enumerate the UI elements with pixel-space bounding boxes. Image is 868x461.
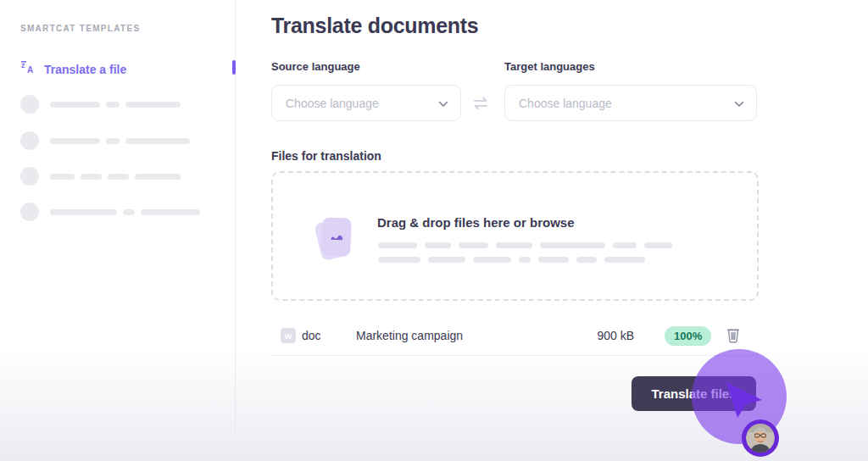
sidebar-skeleton-row	[20, 203, 200, 221]
word-doc-badge: w	[281, 328, 296, 343]
avatar	[742, 419, 779, 457]
target-languages-label: Target languages	[504, 60, 595, 73]
chevron-down-icon	[438, 96, 448, 111]
sidebar: SMARTCAT TEMPLATES z A Translate a file	[0, 0, 236, 461]
swap-arrows-icon[interactable]	[471, 94, 490, 116]
sidebar-skeleton-row	[20, 131, 190, 150]
upload-progress-badge: 100%	[665, 326, 711, 346]
file-name: Marketing campaign	[356, 329, 463, 342]
divider	[271, 355, 759, 356]
uploaded-file-row: w doc Marketing campaign 900 kB 100%	[271, 323, 759, 350]
file-extension: doc	[302, 329, 321, 342]
translate-icon: z A	[20, 60, 36, 79]
dropzone-text[interactable]: Drag & drop files here or browse	[377, 215, 575, 230]
active-indicator	[232, 60, 236, 75]
file-dropzone[interactable]: Drag & drop files here or browse	[271, 171, 759, 301]
target-languages-select[interactable]: Choose language	[504, 85, 757, 121]
file-size: 900 kB	[597, 329, 634, 342]
source-language-label: Source language	[271, 60, 360, 73]
sidebar-item-translate-a-file[interactable]: z A Translate a file	[20, 61, 126, 78]
dropzone-skeleton-row	[378, 257, 653, 263]
svg-text:A: A	[27, 65, 33, 75]
sidebar-skeleton-row	[20, 167, 181, 186]
source-language-placeholder: Choose language	[286, 97, 438, 110]
translate-files-button[interactable]: Translate files	[632, 376, 756, 411]
files-for-translation-label: Files for translation	[271, 149, 381, 163]
dropzone-skeleton-row	[378, 242, 680, 248]
source-language-select[interactable]: Choose language	[271, 85, 461, 121]
sidebar-header: SMARTCAT TEMPLATES	[20, 24, 140, 33]
chevron-down-icon	[734, 96, 744, 111]
file-stack-icon	[317, 215, 354, 263]
sidebar-item-label: Translate a file	[44, 63, 126, 76]
sidebar-skeleton-row	[20, 95, 181, 114]
trash-icon[interactable]	[726, 327, 740, 347]
target-languages-placeholder: Choose language	[519, 97, 734, 110]
page-title: Translate documents	[271, 14, 478, 38]
